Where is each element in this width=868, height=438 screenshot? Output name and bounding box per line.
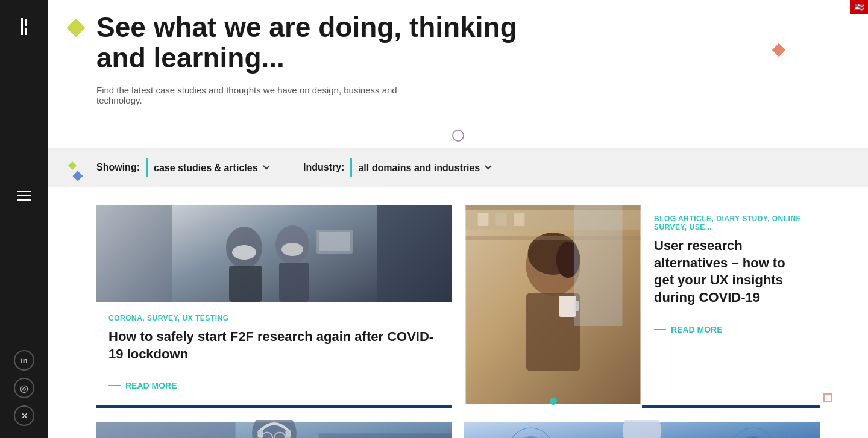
article-2-read-more-label: READ MORE <box>671 325 723 334</box>
flag-emoji: 🇺🇸 <box>854 2 864 12</box>
read-more-line-2 <box>654 329 666 330</box>
industry-border <box>350 158 352 177</box>
article-2-content: BLOG ARTICLE, DIARY STUDY, ONLINE SURVEY… <box>654 205 820 349</box>
article-3-image <box>96 420 452 438</box>
coral-circle-decoration <box>823 393 832 402</box>
twitter-label: ✕ <box>21 411 28 421</box>
articles-top-grid: CORONA, SURVEY, UX TESTING How to safely… <box>96 205 820 408</box>
center-image-card <box>464 205 642 408</box>
showing-select[interactable]: case studies & articles case studies art… <box>154 163 273 173</box>
articles-section: CORONA, SURVEY, UX TESTING How to safely… <box>96 187 820 438</box>
hamburger-line-2 <box>17 195 31 196</box>
center-image-svg <box>464 205 642 404</box>
svg-rect-27 <box>285 430 291 438</box>
showing-border <box>146 158 148 177</box>
svg-rect-26 <box>257 430 263 438</box>
svg-point-33 <box>623 420 662 438</box>
logo-bar-3 <box>25 28 27 35</box>
svg-rect-14 <box>559 296 576 317</box>
showing-label: Showing: <box>96 162 140 173</box>
article-1-read-more-label: READ MORE <box>125 381 177 390</box>
svg-rect-8 <box>319 232 350 251</box>
social-icons: in ◎ ✕ <box>14 350 34 426</box>
hamburger-line-3 <box>17 199 31 201</box>
industry-label: Industry: <box>303 162 344 173</box>
flag-icon: 🇺🇸 <box>850 0 868 14</box>
article-card-3 <box>96 420 452 438</box>
article-2-tags: BLOG ARTICLE, DIARY STUDY, ONLINE SURVEY… <box>654 205 808 231</box>
instagram-icon[interactable]: ◎ <box>14 378 34 398</box>
twitter-icon[interactable]: ✕ <box>14 405 34 426</box>
article-1-read-more[interactable]: READ MORE <box>108 372 440 396</box>
logo-bar-1 <box>21 18 23 35</box>
logo[interactable] <box>15 12 33 41</box>
hero-subtitle: Find the latest case studies and thought… <box>96 85 416 105</box>
article-card-1: CORONA, SURVEY, UX TESTING How to safely… <box>96 205 452 408</box>
svg-rect-19 <box>478 213 489 226</box>
svg-rect-22 <box>574 205 623 326</box>
article-1-content: CORONA, SURVEY, UX TESTING How to safely… <box>96 302 452 405</box>
linkedin-label: in <box>20 356 28 365</box>
svg-rect-20 <box>496 213 507 226</box>
hero-section: See what we are doing, thinking and lear… <box>96 0 820 130</box>
left-sidebar: in ◎ ✕ <box>0 0 48 438</box>
small-diamond-green <box>68 161 77 170</box>
linkedin-icon[interactable]: in <box>14 350 34 371</box>
small-diamond-blue <box>73 171 83 181</box>
article-4-image <box>464 420 820 438</box>
article-1-title: How to safely start F2F research again a… <box>108 328 440 363</box>
main-content: See what we are doing, thinking and lear… <box>48 0 868 438</box>
article-1-image-svg <box>96 205 452 302</box>
svg-rect-2 <box>229 266 262 302</box>
filter-row: Showing: case studies & articles case st… <box>96 158 820 177</box>
industry-select[interactable]: all domains and industries healthcare te… <box>358 163 495 173</box>
hamburger-line-1 <box>17 191 31 192</box>
svg-rect-30 <box>96 422 235 438</box>
svg-rect-4 <box>279 263 309 302</box>
deco-left-group <box>69 163 81 180</box>
right-articles-group: BLOG ARTICLE, DIARY STUDY, ONLINE SURVEY… <box>464 205 820 408</box>
instagram-label: ◎ <box>20 383 28 394</box>
hamburger-menu[interactable] <box>11 185 37 207</box>
center-image-dot <box>550 398 557 405</box>
article-2-read-more[interactable]: READ MORE <box>654 316 808 340</box>
article-card-4 <box>464 420 820 438</box>
diamond-coral-decoration <box>772 43 786 57</box>
diamond-yellow-decoration <box>66 18 85 37</box>
filter-circle-decoration <box>452 130 464 142</box>
svg-rect-21 <box>514 213 525 226</box>
article-2-title: User research alternatives – how to get … <box>654 237 808 306</box>
svg-rect-31 <box>319 434 452 438</box>
logo-bar-2 <box>25 19 27 26</box>
article-1-tags: CORONA, SURVEY, UX TESTING <box>108 314 440 322</box>
article-card-2: BLOG ARTICLE, DIARY STUDY, ONLINE SURVEY… <box>642 205 820 408</box>
articles-bottom-grid <box>96 420 820 438</box>
read-more-line-1 <box>108 385 121 386</box>
industry-filter-group: Industry: all domains and industries hea… <box>303 158 495 177</box>
svg-point-5 <box>232 245 256 260</box>
filter-bar: Showing: case studies & articles case st… <box>48 148 868 187</box>
showing-filter-group: Showing: case studies & articles case st… <box>96 158 273 177</box>
svg-point-6 <box>281 243 303 256</box>
hero-title: See what we are doing, thinking and lear… <box>96 12 518 73</box>
article-1-image <box>96 205 452 302</box>
filter-circle-container <box>96 130 820 142</box>
